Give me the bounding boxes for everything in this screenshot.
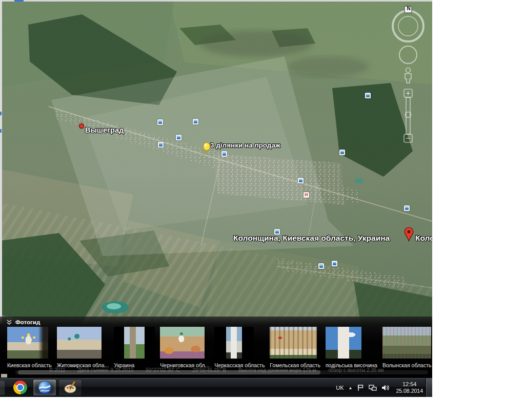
- show-desktop-button[interactable]: [426, 378, 432, 397]
- thumbnail-image[interactable]: [270, 327, 317, 359]
- zoom-slider-control[interactable]: [402, 87, 414, 144]
- desktop: H Вышеград 3 ділянки на продаж Колонщина…: [0, 0, 432, 397]
- collapse-panel-icon[interactable]: [6, 319, 12, 325]
- network-icon[interactable]: [369, 384, 377, 391]
- window-frame-top: [0, 0, 432, 2]
- photo-overlay-icon[interactable]: [193, 119, 198, 124]
- taskbar-google-earth-button[interactable]: [33, 379, 56, 396]
- photoguide-thumbnail[interactable]: Черкасская область: [214, 327, 265, 368]
- photoguide-title: Фотогид: [15, 319, 40, 325]
- statusbar: © 2011 Дата съемки: 9.25.2010 50°27'02.3…: [49, 367, 384, 373]
- pegman-control[interactable]: [402, 66, 414, 84]
- placemark-dot-vyshegrad[interactable]: [78, 122, 85, 131]
- photo-overlay-icon[interactable]: [339, 150, 345, 155]
- thumbnail-label: Киевская область: [7, 362, 52, 368]
- language-indicator[interactable]: UK: [336, 385, 344, 391]
- nav-controls: N: [388, 3, 428, 149]
- taskbar-paint-button[interactable]: [58, 379, 82, 396]
- photo-overlay-icon[interactable]: [298, 178, 304, 183]
- photoguide-thumbnail[interactable]: Киевская область: [7, 327, 52, 368]
- thumbnail-image[interactable]: [214, 327, 254, 359]
- placemark-pushpin-plots[interactable]: [200, 141, 211, 158]
- photoguide-thumbnail[interactable]: Черниговская обл...: [160, 327, 209, 368]
- photo-overlay-icon[interactable]: [404, 205, 410, 211]
- photoguide-thumbnails: Киевская область Житомирская обла... Укр…: [7, 327, 432, 368]
- photoguide-thumbnail[interactable]: Волынская область: [382, 327, 431, 368]
- sidebar-edge-mark: [0, 112, 2, 115]
- sidebar-edge-mark: [0, 129, 2, 133]
- compass-control[interactable]: [393, 11, 423, 41]
- look-control[interactable]: [399, 46, 417, 64]
- clock-date: 25.08.2014: [396, 388, 423, 394]
- statusbar-latitude: 50°27'02.30" С: [146, 367, 180, 373]
- system-tray: UK ▲: [336, 378, 425, 397]
- placemark-pin-kolonshchina[interactable]: [404, 227, 414, 244]
- thumbnail-image[interactable]: [114, 327, 155, 359]
- thumbnail-image[interactable]: [326, 327, 361, 359]
- statusbar-copyright: © 2011: [49, 367, 66, 373]
- placemark-label-kolonshchina: Колонщина, Киевская область, Украина: [233, 234, 390, 243]
- photo-overlay-icon[interactable]: [157, 119, 163, 125]
- photoguide-panel: Фотогид Киевская область Житомирская обл…: [0, 317, 432, 377]
- taskbar-clock[interactable]: 12:54 25.08.2014: [394, 381, 425, 395]
- photo-overlay-icon[interactable]: [221, 151, 227, 157]
- photo-overlay-icon[interactable]: [158, 142, 164, 148]
- scrollbar-corner: [1, 374, 7, 377]
- thumbnail-label: Волынская область: [382, 362, 431, 368]
- photoguide-thumbnail[interactable]: Украина: [114, 327, 155, 368]
- photoguide-thumbnail[interactable]: Гомельская область: [270, 327, 320, 368]
- thumbnail-image[interactable]: [7, 327, 48, 359]
- thumbnail-image[interactable]: [57, 327, 102, 359]
- photoguide-thumbnail[interactable]: подільська височина: [326, 327, 377, 368]
- clock-time: 12:54: [402, 381, 417, 388]
- photo-overlay-icon[interactable]: [176, 135, 181, 140]
- placemark-label-vyshegrad: Вышеград: [85, 126, 124, 134]
- taskbar: UK ▲: [0, 377, 432, 397]
- paint-icon: [64, 381, 77, 394]
- statusbar-elevation: Высота над уровнем моря 175 м: [238, 367, 316, 373]
- statusbar-eye-altitude: обзор с высоты 2.35 км: [329, 367, 384, 373]
- start-button-partial[interactable]: [0, 380, 5, 395]
- placemark-label-plots: 3 ділянки на продаж: [210, 141, 280, 149]
- thumbnail-image[interactable]: [160, 327, 205, 359]
- photo-overlay-icon[interactable]: [332, 261, 337, 266]
- chrome-icon: [13, 381, 27, 394]
- statusbar-imagery-date: Дата съемки: 9.25.2010: [78, 367, 134, 373]
- window-tab-sliver: [14, 0, 24, 2]
- action-center-flag-icon[interactable]: [357, 384, 364, 391]
- google-earth-icon: [38, 381, 52, 394]
- photo-overlay-icon[interactable]: [318, 263, 324, 269]
- hidden-icons-caret[interactable]: ▲: [349, 386, 353, 390]
- photoguide-thumbnail[interactable]: Житомирская обла...: [57, 327, 109, 368]
- thumbnail-image[interactable]: [382, 327, 431, 359]
- volume-icon[interactable]: [381, 384, 389, 391]
- photo-overlay-icon[interactable]: [365, 93, 371, 98]
- taskbar-chrome-button[interactable]: [8, 379, 32, 396]
- placemark-label-kolon-partial: Колон: [415, 234, 432, 243]
- hospital-poi-icon[interactable]: H: [304, 192, 309, 198]
- statusbar-longitude: 29°55'45.25" В: [192, 367, 226, 373]
